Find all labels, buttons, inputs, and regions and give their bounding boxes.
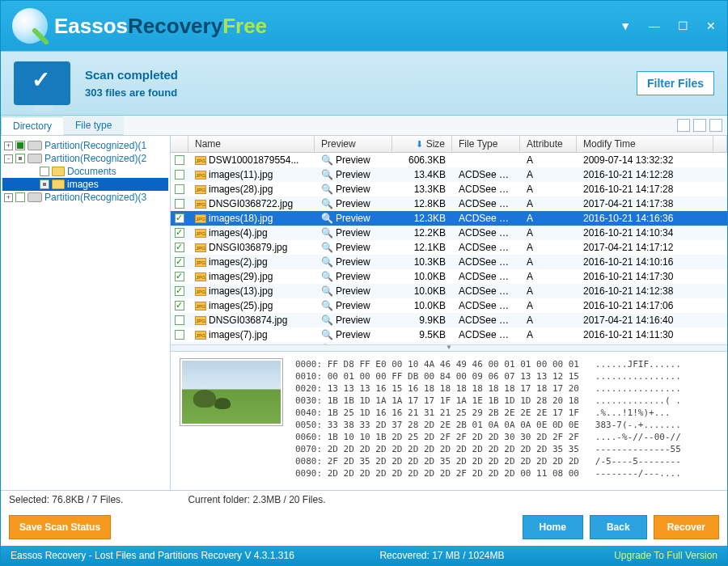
row-checkbox[interactable]	[175, 315, 184, 325]
row-checkbox[interactable]	[175, 243, 184, 252]
file-modify-time: 2016-10-21 14:17:30	[577, 271, 727, 282]
tree-checkbox[interactable]	[40, 167, 49, 176]
tree-item[interactable]: +Partition(Recognized)(3	[2, 191, 168, 204]
preview-link[interactable]: 🔍Preview	[315, 227, 392, 239]
file-modify-time: 2016-10-21 14:12:38	[577, 285, 727, 297]
row-checkbox[interactable]	[175, 272, 184, 281]
menu-icon[interactable]: ▼	[620, 19, 631, 32]
file-size: 9.9KB	[392, 315, 452, 326]
preview-link[interactable]: 🔍Preview	[315, 198, 392, 209]
maximize-icon[interactable]: ☐	[678, 19, 688, 32]
row-checkbox[interactable]	[175, 170, 184, 180]
splitter-grip[interactable]: ▼	[171, 344, 727, 351]
file-size: 13.3KB	[392, 184, 452, 195]
row-checkbox[interactable]	[175, 199, 184, 209]
row-checkbox[interactable]	[175, 213, 184, 223]
minimize-icon[interactable]: —	[649, 19, 660, 32]
preview-link[interactable]: 🔍Preview	[315, 329, 392, 340]
col-preview[interactable]: Preview	[315, 136, 392, 152]
file-attribute: A	[520, 271, 577, 282]
tree-checkbox[interactable]	[15, 141, 25, 150]
col-checkbox[interactable]	[171, 136, 188, 152]
preview-link[interactable]: 🔍Preview	[315, 256, 392, 268]
file-row[interactable]: JPGimages(28).jpg🔍Preview13.3KBACDSee Pr…	[171, 182, 727, 196]
back-button[interactable]: Back	[590, 515, 647, 539]
file-row[interactable]: JPGimages(2).jpg🔍Preview10.3KBACDSee Pr.…	[171, 255, 727, 269]
preview-link[interactable]: 🔍Preview	[315, 213, 392, 224]
tree-label: Partition(Recognized)(3	[44, 192, 146, 203]
recover-button[interactable]: Recover	[654, 515, 719, 539]
expand-icon[interactable]: -	[4, 154, 13, 163]
row-checkbox[interactable]	[175, 301, 184, 310]
preview-link[interactable]: 🔍Preview	[315, 271, 392, 282]
tree-item[interactable]: +Partition(Recognized)(1	[2, 139, 168, 152]
file-row[interactable]: JPGimages(13).jpg🔍Preview10.0KBACDSee Pr…	[171, 284, 727, 298]
file-type: ACDSee Pr...	[452, 285, 520, 297]
file-row[interactable]: JPGimages(7).jpg🔍Preview9.5KBACDSee Pr..…	[171, 327, 727, 342]
main-split: +Partition(Recognized)(1-Partition(Recog…	[1, 136, 727, 491]
row-checkbox[interactable]	[175, 228, 184, 238]
file-row[interactable]: JPGDSW10001879554...🔍Preview606.3KBA2009…	[171, 153, 727, 167]
save-scan-status-button[interactable]: Save Scan Status	[9, 515, 111, 539]
preview-pane: 0000: FF D8 FF E0 00 10 4A 46 49 46 00 0…	[171, 351, 727, 490]
file-row[interactable]: JPGDNSGI036879.jpg🔍Preview12.1KBACDSee P…	[171, 240, 727, 255]
file-row[interactable]: JPGDNSGI036874.jpg🔍Preview9.9KBACDSee Pr…	[171, 313, 727, 327]
thumbnail-frame	[180, 358, 283, 426]
file-list[interactable]: JPGDSW10001879554...🔍Preview606.3KBA2009…	[171, 153, 727, 344]
expand-icon[interactable]: +	[4, 193, 13, 202]
tree-checkbox[interactable]	[40, 180, 49, 189]
row-checkbox[interactable]	[175, 286, 184, 296]
magnifier-icon: 🔍	[321, 184, 333, 195]
jpg-icon: JPG	[195, 302, 206, 310]
tree-checkbox[interactable]	[15, 154, 25, 163]
file-row[interactable]: JPGimages(25).jpg🔍Preview10.0KBACDSee Pr…	[171, 298, 727, 313]
expand-icon[interactable]: +	[4, 142, 13, 150]
row-checkbox[interactable]	[175, 155, 184, 165]
file-row[interactable]: JPGimages(18).jpg🔍Preview12.3KBACDSee Pr…	[171, 211, 727, 226]
file-size: 10.0KB	[392, 285, 452, 297]
tree-item[interactable]: Documents	[2, 165, 168, 178]
view-detail-icon[interactable]	[709, 119, 722, 132]
tab-file-type[interactable]: File type	[63, 116, 124, 135]
file-row[interactable]: JPGDNSGI0368722.jpg🔍Preview12.8KBACDSee …	[171, 196, 727, 211]
filter-files-button[interactable]: Filter Files	[637, 71, 714, 95]
tree-item[interactable]: images	[2, 178, 168, 191]
tab-directory[interactable]: Directory	[1, 116, 64, 135]
preview-link[interactable]: 🔍Preview	[315, 285, 392, 297]
disk-icon	[28, 154, 42, 163]
tree-item[interactable]: -Partition(Recognized)(2	[2, 152, 168, 165]
view-large-icon[interactable]	[677, 119, 690, 132]
preview-link[interactable]: 🔍Preview	[315, 169, 392, 180]
button-bar: Save Scan Status Home Back Recover	[1, 509, 727, 546]
file-row[interactable]: JPGimages(4).jpg🔍Preview12.2KBACDSee Pr.…	[171, 226, 727, 240]
home-button[interactable]: Home	[523, 515, 583, 539]
file-modify-time: 2009-07-14 13:32:32	[577, 154, 727, 166]
disk-icon	[28, 141, 42, 150]
row-checkbox[interactable]	[175, 257, 184, 267]
col-size[interactable]: Size	[392, 136, 452, 152]
col-attribute[interactable]: Attribute	[520, 136, 577, 152]
upgrade-link[interactable]: Upgrade To Full Version	[614, 550, 717, 561]
jpg-icon: JPG	[195, 214, 206, 223]
preview-link[interactable]: 🔍Preview	[315, 315, 392, 326]
close-icon[interactable]: ✕	[706, 19, 716, 32]
col-modify-time[interactable]: Modify Time	[577, 136, 713, 152]
preview-link[interactable]: 🔍Preview	[315, 242, 392, 253]
file-type: ACDSee Pr...	[452, 242, 520, 253]
directory-tree[interactable]: +Partition(Recognized)(1-Partition(Recog…	[1, 136, 171, 490]
preview-link[interactable]: 🔍Preview	[315, 300, 392, 311]
col-name[interactable]: Name	[188, 136, 315, 152]
row-checkbox[interactable]	[175, 330, 184, 340]
footer-recovered: Recovered: 17 MB / 1024MB	[379, 550, 504, 561]
preview-link[interactable]: 🔍Preview	[315, 184, 392, 195]
view-list-icon[interactable]	[693, 119, 706, 132]
magnifier-icon: 🔍	[321, 329, 333, 340]
preview-link[interactable]: 🔍Preview	[315, 154, 392, 166]
thumbnail-box	[171, 352, 292, 490]
file-attribute: A	[520, 256, 577, 268]
row-checkbox[interactable]	[175, 184, 184, 194]
file-row[interactable]: JPGimages(11).jpg🔍Preview13.4KBACDSee Pr…	[171, 167, 727, 182]
file-row[interactable]: JPGimages(29).jpg🔍Preview10.0KBACDSee Pr…	[171, 269, 727, 284]
tree-checkbox[interactable]	[15, 192, 25, 202]
col-file-type[interactable]: File Type	[452, 136, 520, 152]
